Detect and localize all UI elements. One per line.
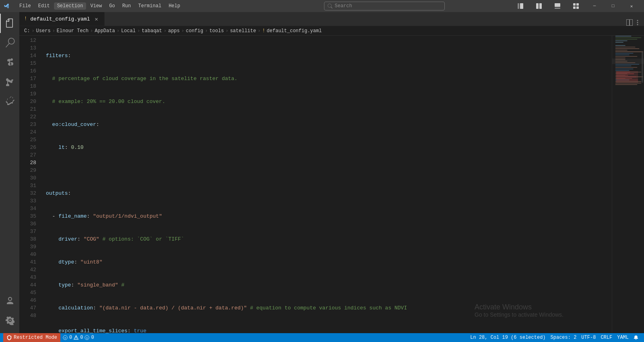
close-button[interactable]: ✕	[622, 0, 641, 12]
tab-default-config[interactable]: ! default_config.yaml ✕	[19, 12, 105, 26]
line-num-38: 38	[19, 235, 36, 243]
breadcrumb-local[interactable]: Local	[121, 28, 136, 34]
run-debug-icon[interactable]	[0, 72, 19, 91]
code-line-15: eo:cloud_cover:	[46, 121, 612, 128]
language-mode[interactable]: YAML	[615, 333, 631, 342]
code-line-20: driver: "COG" # options: `COG` or `TIFF`	[46, 235, 612, 243]
breadcrumb-tools[interactable]: tools	[209, 28, 224, 34]
encoding-setting[interactable]: UTF-8	[579, 333, 598, 342]
svg-rect-30	[615, 62, 635, 63]
svg-rect-49	[616, 76, 636, 77]
bell-icon	[634, 335, 638, 340]
activity-bar	[0, 12, 19, 333]
svg-point-11	[637, 22, 638, 23]
code-line-13: # percentage of cloud coverage in the sa…	[46, 75, 612, 82]
line-num-42: 42	[19, 266, 36, 274]
settings-icon[interactable]	[0, 311, 19, 330]
source-control-icon[interactable]	[0, 52, 19, 72]
info-count: 0	[91, 335, 94, 340]
svg-rect-8	[573, 6, 576, 9]
maximize-button[interactable]: □	[604, 0, 622, 12]
menu-selection[interactable]: Selection	[54, 2, 87, 10]
tab-label: default_config.yaml	[30, 16, 90, 22]
minimize-button[interactable]: ─	[585, 0, 604, 12]
line-num-31: 31	[19, 182, 36, 190]
line-num-19: 19	[19, 90, 36, 98]
breadcrumb-config[interactable]: config	[186, 28, 203, 34]
title-bar-left: File Edit Selection View Go Run Terminal…	[3, 2, 257, 10]
tab-close-button[interactable]: ✕	[93, 16, 99, 22]
line-ending-setting[interactable]: CRLF	[598, 333, 615, 342]
account-icon[interactable]	[0, 291, 19, 311]
ln-col-label: Ln 28, Col 19 (6 selected)	[470, 335, 545, 340]
svg-rect-17	[615, 42, 623, 43]
menu-go[interactable]: Go	[106, 2, 118, 10]
explorer-icon[interactable]	[0, 14, 19, 33]
layout-custom-icon[interactable]	[567, 0, 585, 12]
line-num-34: 34	[19, 205, 36, 212]
code-editor[interactable]: filters: # percentage of cloud coverage …	[39, 36, 612, 333]
menu-view[interactable]: View	[87, 2, 105, 10]
breadcrumb-c[interactable]: C:	[24, 28, 30, 34]
breadcrumb-apps[interactable]: apps	[168, 28, 180, 34]
search-bar[interactable]: Search	[324, 2, 445, 10]
breadcrumb-appdata[interactable]: AppData	[95, 28, 115, 34]
menu-run[interactable]: Run	[119, 2, 134, 10]
svg-text:i: i	[86, 336, 88, 340]
notifications-icon[interactable]	[631, 333, 641, 342]
svg-rect-52	[642, 52, 643, 83]
breadcrumb-tabaqat[interactable]: tabaqat	[142, 28, 162, 34]
search-activity-icon[interactable]	[0, 33, 19, 52]
breadcrumb-users[interactable]: Users	[36, 28, 51, 34]
line-ending-label: CRLF	[601, 335, 612, 340]
tab-bar-actions	[626, 19, 644, 26]
activity-bar-bottom	[0, 291, 19, 330]
errors-status[interactable]: ✕ 0 0 i 0	[60, 333, 97, 342]
svg-point-12	[637, 24, 638, 25]
error-icon: ✕	[63, 335, 68, 340]
extensions-icon[interactable]	[0, 91, 19, 110]
line-num-43: 43	[19, 274, 36, 281]
line-num-16: 16	[19, 67, 36, 75]
shield-icon	[6, 335, 12, 340]
line-num-48: 48	[19, 312, 36, 319]
restricted-mode-button[interactable]: Restricted Mode	[3, 333, 60, 342]
code-line-18: outputs:	[46, 190, 612, 197]
svg-rect-22	[615, 52, 643, 52]
menu-edit[interactable]: Edit	[35, 2, 53, 10]
split-editor-icon[interactable]	[626, 19, 633, 26]
line-num-26: 26	[19, 144, 36, 151]
line-num-29: 29	[19, 167, 36, 174]
line-num-14: 14	[19, 52, 36, 60]
breadcrumb-elnour[interactable]: Elnour Tech	[57, 28, 89, 34]
svg-rect-0	[518, 3, 519, 9]
restricted-mode-label: Restricted Mode	[14, 335, 57, 340]
breadcrumb-satellite[interactable]: satellite	[230, 28, 256, 34]
line-num-41: 41	[19, 258, 36, 266]
layout-panel-icon[interactable]	[548, 0, 567, 12]
code-line-14: # example: 20% == 20.00 cloud cover.	[46, 98, 612, 105]
layout-editor-icon[interactable]	[530, 0, 548, 12]
menu-help[interactable]: Help	[165, 2, 184, 10]
svg-rect-47	[616, 73, 634, 74]
line-num-46: 46	[19, 297, 36, 304]
info-icon: i	[85, 335, 89, 340]
line-numbers: 12 13 14 15 16 17 18 19 20 21 22 23 24 2…	[19, 36, 39, 333]
breadcrumb-filename[interactable]: default_config.yaml	[267, 28, 322, 34]
layout-sidebar-icon[interactable]	[511, 0, 530, 12]
line-num-37: 37	[19, 228, 36, 235]
menu-file[interactable]: File	[16, 2, 34, 10]
menu-terminal[interactable]: Terminal	[135, 2, 165, 10]
line-num-23: 23	[19, 121, 36, 128]
cursor-position[interactable]: Ln 28, Col 19 (6 selected)	[468, 333, 548, 342]
indent-setting[interactable]: Spaces: 2	[548, 333, 579, 342]
svg-rect-6	[573, 3, 576, 6]
svg-rect-14	[615, 37, 641, 38]
svg-rect-23	[615, 53, 633, 54]
more-actions-icon[interactable]	[634, 19, 641, 26]
title-bar-right: ─ □ ✕	[511, 0, 641, 12]
code-line-19: - file_name: "output/1/ndvi_output"	[46, 212, 612, 220]
code-line-21: dtype: "uint8"	[46, 258, 612, 266]
line-num-27: 27	[19, 151, 36, 159]
svg-rect-35	[615, 70, 630, 71]
